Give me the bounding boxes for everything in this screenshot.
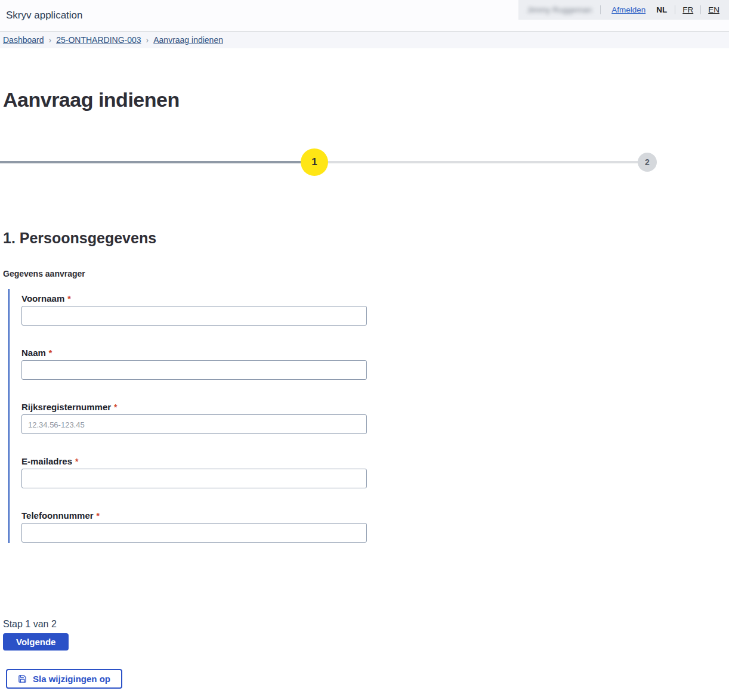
section-title: 1. Persoonsgegevens bbox=[3, 230, 729, 247]
required-asterisk: * bbox=[114, 402, 117, 412]
field-label: E-mailadres* bbox=[21, 456, 729, 466]
divider bbox=[600, 5, 601, 14]
field-label-text: Voornaam bbox=[21, 293, 64, 303]
main-content: Aanvraag indienen 1 2 1. Persoonsgegeven… bbox=[0, 88, 729, 689]
required-asterisk: * bbox=[49, 348, 52, 358]
breadcrumb-separator: › bbox=[146, 35, 149, 45]
divider bbox=[700, 5, 701, 14]
required-asterisk: * bbox=[97, 511, 100, 521]
breadcrumb-current[interactable]: Aanvraag indienen bbox=[153, 35, 223, 45]
telefoonnummer-input[interactable] bbox=[21, 523, 367, 543]
required-asterisk: * bbox=[67, 294, 70, 303]
next-button[interactable]: Volgende bbox=[3, 633, 69, 651]
language-nl[interactable]: NL bbox=[656, 5, 675, 14]
field-emailadres: E-mailadres* bbox=[21, 456, 729, 488]
logout-link[interactable]: Afmelden bbox=[611, 5, 645, 14]
page-title: Aanvraag indienen bbox=[3, 88, 729, 111]
field-label-text: Telefoonnummer bbox=[21, 510, 94, 521]
breadcrumb-dossier[interactable]: 25-ONTHARDING-003 bbox=[56, 35, 141, 45]
step-indicator: Stap 1 van 2 bbox=[3, 619, 729, 630]
field-label-text: Naam bbox=[21, 348, 46, 358]
rijksregisternummer-input[interactable] bbox=[21, 414, 367, 434]
group-title: Gegevens aanvrager bbox=[3, 269, 729, 278]
step-2-indicator[interactable]: 2 bbox=[638, 153, 657, 172]
stepper-track-upcoming bbox=[314, 161, 647, 163]
language-fr[interactable]: FR bbox=[682, 5, 693, 14]
step-1-indicator[interactable]: 1 bbox=[301, 148, 328, 176]
user-name: Jimmy Ruggeman bbox=[527, 5, 592, 14]
field-label: Telefoonnummer* bbox=[21, 510, 729, 521]
breadcrumb-separator: › bbox=[49, 35, 52, 45]
app-title: Skryv application bbox=[6, 10, 83, 21]
top-bar: Skryv application Jimmy Ruggeman Afmelde… bbox=[0, 0, 729, 32]
save-button[interactable]: Sla wijzigingen op bbox=[6, 669, 122, 689]
stepper-track-completed bbox=[0, 161, 314, 163]
field-label-text: E-mailadres bbox=[21, 456, 72, 466]
field-label: Voornaam* bbox=[21, 293, 729, 303]
save-row: Sla wijzigingen op bbox=[6, 669, 729, 689]
language-en[interactable]: EN bbox=[708, 5, 719, 14]
progress-stepper: 1 2 bbox=[0, 148, 729, 176]
voornaam-input[interactable] bbox=[21, 306, 367, 326]
field-rijksregisternummer: Rijksregisternummer* bbox=[21, 402, 729, 434]
field-label: Rijksregisternummer* bbox=[21, 402, 729, 412]
form-fieldset: Voornaam* Naam* Rijksregisternummer* E-m… bbox=[8, 289, 729, 543]
divider bbox=[675, 5, 675, 14]
naam-input[interactable] bbox=[21, 360, 367, 380]
emailadres-input[interactable] bbox=[21, 469, 367, 488]
field-naam: Naam* bbox=[21, 348, 729, 380]
breadcrumb-dashboard[interactable]: Dashboard bbox=[3, 35, 44, 45]
field-label-text: Rijksregisternummer bbox=[21, 402, 111, 412]
field-voornaam: Voornaam* bbox=[21, 293, 729, 326]
breadcrumb: Dashboard › 25-ONTHARDING-003 › Aanvraag… bbox=[0, 32, 729, 48]
user-menu: Jimmy Ruggeman Afmelden NL FR EN bbox=[518, 0, 729, 20]
save-icon bbox=[18, 674, 27, 683]
required-asterisk: * bbox=[75, 457, 78, 466]
save-button-label: Sla wijzigingen op bbox=[33, 674, 110, 684]
field-label: Naam* bbox=[21, 348, 729, 358]
field-telefoonnummer: Telefoonnummer* bbox=[21, 510, 729, 543]
